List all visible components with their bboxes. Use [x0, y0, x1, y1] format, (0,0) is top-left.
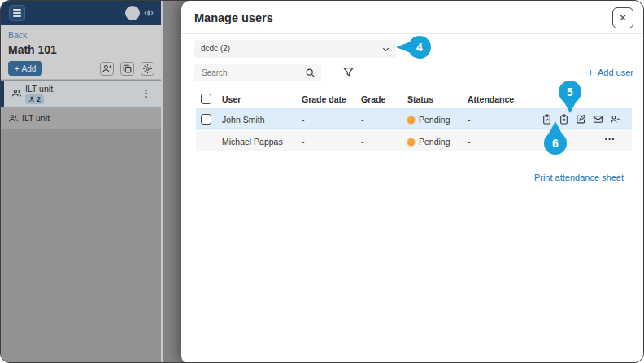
status-label: Pending	[419, 137, 450, 147]
add-user-button[interactable]: + Add user	[587, 66, 633, 78]
unit-label: ILT unit	[22, 113, 50, 123]
app-window: Back Math 101 + Add ILT unit 2	[0, 0, 644, 363]
row-checkbox[interactable]	[201, 114, 211, 125]
print-attendance-sheet-link[interactable]: Print attendance sheet	[534, 173, 624, 182]
col-user: User	[222, 94, 241, 104]
edit-grade-icon[interactable]	[576, 114, 586, 125]
grade-value: -	[361, 137, 364, 147]
callout-4: 4	[396, 36, 432, 59]
attendance-value: -	[468, 115, 471, 125]
remove-user-icon[interactable]	[610, 114, 620, 125]
add-unit-button[interactable]: + Add	[8, 61, 42, 76]
filter-icon[interactable]	[342, 66, 355, 79]
grade-value: -	[361, 115, 364, 125]
session-dropdown[interactable]: dcdc (2)	[194, 40, 396, 58]
hamburger-menu-button[interactable]	[9, 5, 25, 21]
status-cell: Pending	[407, 137, 450, 147]
select-all-checkbox[interactable]	[201, 94, 211, 104]
pending-status-icon	[407, 138, 415, 146]
course-sidebar: Back Math 101 + Add ILT unit 2	[1, 1, 163, 363]
gear-icon	[142, 63, 153, 74]
manage-users-sidebar-button[interactable]	[100, 62, 114, 76]
plus-icon: +	[15, 64, 20, 73]
more-actions-ellipsis-icon[interactable]: ⋯	[604, 133, 616, 145]
course-title: Math 101	[8, 43, 57, 56]
add-user-icon	[102, 63, 112, 74]
eye-icon[interactable]	[144, 8, 154, 18]
unit-label: ILT unit	[25, 84, 53, 94]
users-group-icon	[11, 88, 22, 98]
sidebar-empty-area	[1, 129, 161, 363]
callout-number: 5	[559, 81, 581, 103]
callout-6: 6	[544, 121, 567, 155]
sidebar-item-ilt-unit-2[interactable]: ILT unit	[1, 107, 161, 129]
enrolled-count-badge: 2	[25, 94, 44, 104]
message-icon[interactable]	[593, 114, 603, 125]
search-icon[interactable]	[305, 68, 315, 78]
close-button[interactable]: ✕	[612, 7, 633, 28]
title-divider	[181, 33, 644, 34]
chevron-down-icon	[381, 45, 390, 54]
close-icon: ✕	[619, 12, 627, 24]
grade-date-value: -	[302, 115, 305, 125]
status-label: Pending	[419, 115, 450, 125]
callout-number: 4	[408, 36, 431, 59]
user-badge-icon	[28, 96, 35, 103]
pending-status-icon	[407, 116, 415, 124]
col-status: Status	[407, 94, 433, 104]
back-link[interactable]: Back	[8, 30, 27, 40]
sidebar-header	[1, 1, 161, 25]
user-name: Michael Pappas	[222, 137, 283, 147]
attendance-value: -	[468, 137, 471, 147]
status-cell: Pending	[407, 115, 450, 125]
sidebar-item-ilt-unit-1[interactable]: ILT unit 2 ⋮	[1, 81, 161, 107]
avatar[interactable]	[125, 6, 140, 20]
session-dropdown-value: dcdc (2)	[201, 44, 230, 53]
plus-icon: +	[587, 66, 594, 78]
callout-5: 5	[559, 81, 581, 113]
user-name: John Smith	[222, 115, 265, 125]
callout-tail	[564, 101, 577, 113]
modal-title: Manage users	[194, 11, 273, 24]
search-input[interactable]	[194, 64, 321, 81]
callout-number: 6	[544, 132, 567, 155]
search-box	[194, 64, 321, 81]
copy-icon	[122, 63, 133, 74]
copy-button[interactable]	[120, 62, 134, 76]
col-attendance: Attendance	[468, 94, 514, 104]
users-group-icon	[8, 113, 19, 124]
col-grade: Grade	[361, 94, 385, 104]
unit-options-kebab-icon[interactable]: ⋮	[141, 87, 151, 99]
grade-date-value: -	[302, 137, 305, 147]
col-grade-date: Grade date	[302, 94, 346, 104]
course-header-section: Back Math 101 + Add	[1, 25, 161, 80]
settings-button[interactable]	[141, 62, 154, 76]
